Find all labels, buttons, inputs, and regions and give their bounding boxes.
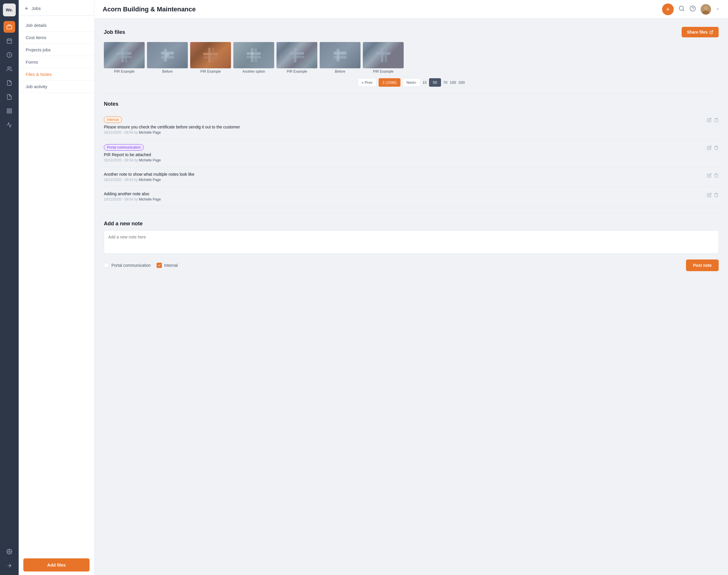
delete-note-icon[interactable] [714, 193, 719, 199]
gallery-image [363, 42, 404, 68]
avatar[interactable] [701, 4, 711, 14]
checkmark-icon [157, 264, 161, 267]
report-icon[interactable] [3, 77, 15, 89]
svg-line-21 [711, 31, 713, 32]
search-icon[interactable] [679, 5, 685, 13]
content-area: Job files Share files [95, 19, 728, 575]
svg-point-38 [251, 53, 253, 55]
calendar-icon[interactable] [3, 35, 15, 47]
gallery-item[interactable]: PIR Example [104, 42, 145, 73]
internal-checkbox-box[interactable] [157, 263, 162, 268]
page-size-70[interactable]: 70 [443, 80, 447, 84]
note-text: Please ensure you check the certificate … [104, 125, 707, 129]
portal-checkbox-box[interactable] [104, 263, 109, 268]
svg-point-29 [166, 54, 169, 57]
pipe-decoration4 [245, 46, 262, 64]
svg-rect-9 [7, 111, 9, 113]
note-author: Michelle Page [139, 178, 161, 182]
svg-point-11 [9, 551, 10, 552]
gallery-item[interactable]: PIR Example [190, 42, 231, 73]
svg-rect-7 [7, 109, 9, 111]
gallery-label: PIR Example [190, 69, 231, 73]
delete-note-icon[interactable] [714, 145, 719, 151]
svg-rect-10 [10, 111, 12, 113]
svg-point-19 [704, 6, 708, 10]
pipe-decoration5 [288, 46, 306, 64]
gallery-label: PIR Example [104, 69, 145, 73]
portal-label: Portal communication [111, 263, 151, 268]
arrow-right-icon[interactable] [3, 560, 15, 572]
document-icon[interactable] [3, 91, 15, 103]
back-to-jobs[interactable]: Jobs [19, 0, 94, 16]
briefcase-icon[interactable] [3, 21, 15, 33]
note-author: Michelle Page [139, 197, 161, 201]
prev-page-button[interactable]: « Prev [358, 78, 376, 87]
page-size-100[interactable]: 100 [450, 80, 456, 84]
note-tag-portal: Portal communication [104, 144, 144, 150]
sidebar-item-job-details[interactable]: Job details [19, 19, 94, 32]
portal-communication-checkbox[interactable]: Portal communication [104, 263, 151, 268]
svg-rect-37 [254, 48, 257, 62]
note-content: Internal Please ensure you check the cer… [104, 116, 707, 135]
sidebar: Jobs Job details Cost items Projects job… [19, 0, 95, 575]
add-note-title: Add a new note [104, 221, 719, 227]
note-item: Portal communication PIR Report to be at… [104, 139, 719, 167]
edit-note-icon[interactable] [707, 117, 712, 124]
pipe-decoration7 [374, 46, 392, 64]
note-item: Adding another note also 16/12/2020 - 09… [104, 187, 719, 206]
note-item: Another note to show what multiple notes… [104, 167, 719, 187]
svg-rect-34 [247, 52, 261, 55]
app-logo[interactable]: We. [3, 3, 16, 16]
internal-checkbox[interactable]: Internal [157, 263, 178, 268]
users-icon[interactable] [3, 63, 15, 75]
header-actions: + [662, 3, 720, 15]
help-icon[interactable] [690, 5, 696, 13]
edit-note-icon[interactable] [707, 193, 712, 199]
gallery-item[interactable]: PIR Example [277, 42, 317, 73]
add-button[interactable]: + [662, 3, 674, 15]
svg-point-6 [8, 67, 10, 69]
svg-rect-32 [208, 48, 211, 63]
gallery-image [277, 42, 317, 68]
chart-icon[interactable] [3, 119, 15, 131]
page-size-15[interactable]: 15 [423, 80, 427, 84]
edit-note-icon[interactable] [707, 173, 712, 179]
post-note-button[interactable]: Post note [686, 260, 719, 271]
share-files-button[interactable]: Share files [682, 27, 719, 37]
share-icon [709, 30, 714, 34]
settings-icon[interactable] [3, 546, 15, 557]
note-author: Michelle Page [139, 131, 161, 135]
note-content: Adding another note also 16/12/2020 - 09… [104, 192, 707, 201]
page-size-200[interactable]: 200 [459, 80, 465, 84]
job-files-title: Job files [104, 29, 125, 35]
clock-icon[interactable] [3, 49, 15, 61]
grid-icon[interactable] [3, 105, 15, 117]
sidebar-item-projects-jobs[interactable]: Projects jobs [19, 44, 94, 56]
gallery-image [104, 42, 145, 68]
note-footer: Portal communication Internal Post note [104, 260, 719, 271]
gallery-item[interactable]: Before [147, 42, 188, 73]
page-size-50-button[interactable]: 50 [429, 78, 441, 87]
gallery-item[interactable]: PIR Example [363, 42, 404, 73]
gallery-item[interactable]: Another option [233, 42, 274, 73]
delete-note-icon[interactable] [714, 173, 719, 179]
delete-note-icon[interactable] [714, 117, 719, 124]
pipe-decoration2 [159, 46, 176, 64]
svg-rect-47 [385, 48, 387, 63]
svg-rect-39 [290, 52, 304, 55]
next-page-button[interactable]: Next» [403, 78, 420, 87]
edit-note-icon[interactable] [707, 145, 712, 151]
svg-rect-46 [381, 48, 383, 63]
note-textarea[interactable] [104, 230, 719, 253]
add-files-button[interactable]: Add files [23, 559, 89, 572]
sidebar-item-cost-items[interactable]: Cost items [19, 32, 94, 44]
chevron-down-icon[interactable] [716, 6, 720, 12]
note-actions [707, 172, 719, 179]
current-page-button[interactable]: 2 (1096) [378, 78, 400, 87]
gallery-item[interactable]: Before [320, 42, 361, 73]
svg-rect-36 [251, 48, 253, 62]
sidebar-item-forms[interactable]: Forms [19, 56, 94, 68]
note-actions [707, 144, 719, 151]
sidebar-item-files-notes[interactable]: Files & Notes [19, 68, 94, 80]
sidebar-item-job-activity[interactable]: Job activity [19, 80, 94, 93]
